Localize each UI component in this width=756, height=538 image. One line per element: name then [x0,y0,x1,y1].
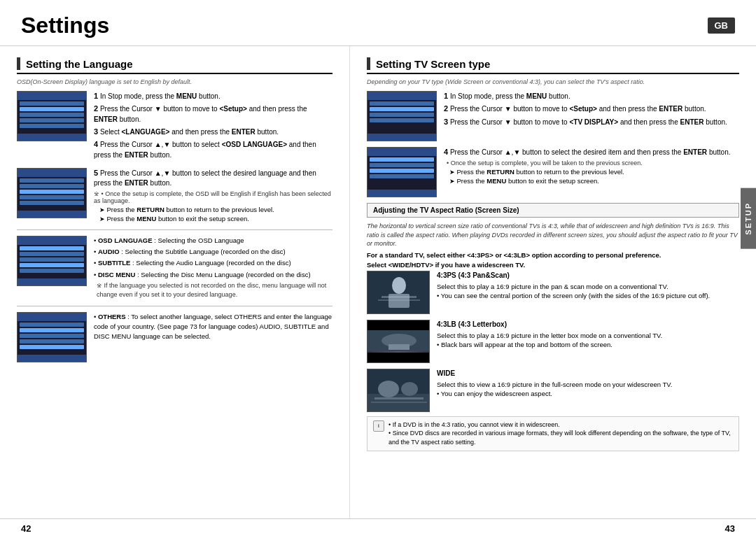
step-4: 4 Press the Cursor ▲,▼ button to select … [94,139,332,160]
page-title: Settings [21,13,109,38]
tv-option-letterbox: 4:3LB (4:3 Letterbox) Select this to pla… [367,320,739,363]
panscan-title: 4:3PS (4:3 Pan&Scan) [437,271,739,281]
svg-rect-12 [374,397,424,399]
right-title-bar-icon [367,57,370,70]
arrow-menu: Press the MENU button to exit the setup … [94,215,332,222]
steps-list-1: 1 In Stop mode, press the MENU button. 2… [94,91,332,162]
letterbox-title: 4:3LB (4:3 Letterbox) [437,320,739,330]
adjusting-text: The horizontal to vertical screen size r… [367,222,739,248]
wide-image [367,369,430,412]
step-1: 1 In Stop mode, press the MENU button. [94,91,332,101]
screen-mockup-1 [17,91,87,141]
right-column: Setting TV Screen type Depending on your… [350,46,756,518]
letterbox-image [367,320,430,363]
note-line-1: • If a DVD is in the 4:3 ratio, you cann… [388,420,733,430]
title-bar-icon [17,57,20,70]
wide-title: WIDE [437,369,739,378]
step-5: 5 Press the Cursor ▲,▼ button to select … [94,168,332,188]
svg-point-1 [392,277,406,294]
gb-badge: GB [708,17,736,34]
svg-rect-4 [378,299,420,301]
divider-1 [17,229,332,230]
main-content: Setting the Language OSD(On-Screen Displ… [0,46,756,518]
header: Settings GB [0,0,756,46]
left-subtitle: OSD(On-Screen Display) language is set t… [17,78,332,85]
right-step-3: 3 Press the Cursor ▼ button to move to <… [444,117,739,127]
right-step-1: 1 In Stop mode, press the MENU button. [444,91,739,101]
wide-bullet: You can enjoy the widescreen aspect. [437,389,739,398]
screen-mockup-4 [17,312,87,362]
page-num-right: 43 [725,523,735,534]
right-arrow-return: Press the RETURN button to return to the… [444,168,739,176]
arrow-return: Press the RETURN button to return to the… [94,206,332,213]
page-num-left: 42 [21,523,31,534]
bold-note-1: For a standard TV, select either <4:3PS>… [367,251,739,259]
setup-label: SETUP [741,188,756,249]
bullet-subtitle: SUBTITLE : Selecting the Audio Language … [94,258,332,268]
right-once-note: • Once the setup is complete, you will b… [444,160,739,167]
right-screen-mockup-2 [367,147,437,197]
right-steps-list-2: 4 Press the Cursor ▲,▼ button to select … [444,147,739,197]
svg-rect-13 [371,402,427,403]
right-steps-block: 1 In Stop mode, press the MENU button. 2… [367,91,739,141]
once-note: • Once the setup is complete, the OSD wi… [94,190,332,204]
panscan-bullet: You can see the central portion of the s… [437,291,739,300]
step-2: 2 Press the Cursor ▼ button to move to <… [94,104,332,124]
bullet-discmenu: DISC MENU : Selecting the Disc Menu Lang… [94,270,332,280]
warning-note: ※ If the language you selected is not re… [94,281,332,300]
svg-point-10 [378,381,399,397]
panscan-text: 4:3PS (4:3 Pan&Scan) Select this to play… [437,271,739,301]
divider-2 [17,306,332,306]
note-icon: i [373,420,384,432]
bullet-others: OTHERS : To select another language, sel… [94,312,332,342]
bullet-audio: AUDIO : Selecting the Subtitle Language … [94,247,332,257]
bullet-block-1: OSD LANGUAGE : Selecting the OSD Languag… [17,236,332,300]
letterbox-bullet: Black bars will appear at the top and bo… [437,340,739,349]
bullet-list-1: OSD LANGUAGE : Selecting the OSD Languag… [94,236,332,300]
left-section-title: Setting the Language [17,57,332,74]
left-column: Setting the Language OSD(On-Screen Displ… [0,46,350,518]
footer: 42 43 [0,518,756,538]
right-subtitle: Depending on your TV type (Wide Screen o… [367,78,739,85]
step-3: 3 Select <LANGUAGE> and then press the E… [94,127,332,137]
letterbox-desc: Select this to play a 16:9 picture in th… [437,331,739,340]
left-steps-block-2: 5 Press the Cursor ▲,▼ button to select … [17,168,332,224]
left-steps-block-1: 1 In Stop mode, press the MENU button. 2… [17,91,332,162]
tv-option-panscan: 4:3PS (4:3 Pan&Scan) Select this to play… [367,271,739,314]
bullet-list-2: OTHERS : To select another language, sel… [94,312,332,362]
svg-rect-7 [388,344,410,350]
screen-mockup-3 [17,236,87,286]
wide-desc: Select this to view a 16:9 picture in th… [437,380,739,389]
panscan-image [367,271,430,314]
page: Settings GB Setting the Language OSD(On-… [0,0,756,538]
note-line-2: • Since DVD discs are recorded in variou… [388,429,733,446]
adjusting-box: Adjusting the TV Aspect Ratio (Screen Si… [367,203,739,218]
right-arrow-menu: Press the MENU button to exit the setup … [444,177,739,185]
steps-list-2: 5 Press the Cursor ▲,▼ button to select … [94,168,332,224]
bullet-osd: OSD LANGUAGE : Selecting the OSD Languag… [94,236,332,246]
svg-rect-3 [382,296,416,298]
right-steps-block-2: 4 Press the Cursor ▲,▼ button to select … [367,147,739,197]
panscan-desc: Select this to play a 16:9 picture in th… [437,282,739,291]
screen-mockup-2 [17,168,87,218]
note-box: i • If a DVD is in the 4:3 ratio, you ca… [367,416,739,451]
wide-text: WIDE Select this to view a 16:9 picture … [437,369,739,399]
tv-option-wide: WIDE Select this to view a 16:9 picture … [367,369,739,412]
letterbox-text: 4:3LB (4:3 Letterbox) Select this to pla… [437,320,739,350]
right-screen-mockup-1 [367,91,437,141]
right-steps-list: 1 In Stop mode, press the MENU button. 2… [444,91,739,141]
right-section-title: Setting TV Screen type [367,57,739,74]
svg-point-11 [401,382,418,396]
bold-note-2: Select <WIDE/HDTV> if you have a widescr… [367,261,739,269]
right-step-4: 4 Press the Cursor ▲,▼ button to select … [444,147,739,157]
tv-options: 4:3PS (4:3 Pan&Scan) Select this to play… [367,271,739,412]
right-step-2: 2 Press the Cursor ▼ button to move to <… [444,104,739,114]
note-lines: • If a DVD is in the 4:3 ratio, you cann… [388,420,733,447]
bullet-block-2: OTHERS : To select another language, sel… [17,312,332,362]
